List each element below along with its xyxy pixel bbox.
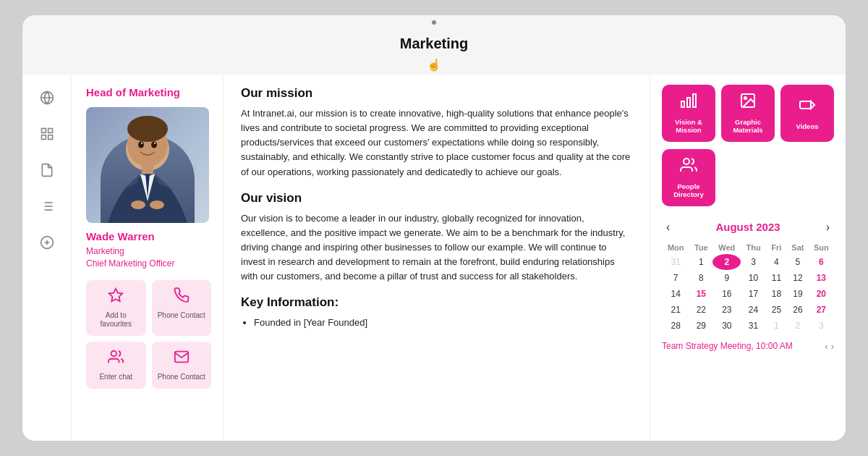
- calendar-day[interactable]: 24: [741, 302, 765, 318]
- event-nav: ‹ ›: [825, 341, 834, 352]
- svg-point-21: [154, 143, 156, 144]
- calendar-month: August 2023: [715, 221, 780, 233]
- calendar-day[interactable]: 16: [712, 286, 741, 302]
- resource-people-label: PeopleDirectory: [673, 182, 704, 199]
- globe-icon[interactable]: [35, 86, 59, 109]
- cursor-indicator: ☝: [22, 58, 846, 72]
- calendar-day[interactable]: 5: [787, 254, 808, 270]
- svg-rect-27: [687, 98, 690, 107]
- resource-grid-row1: Vision &Mission GraphicMaterials Videos: [662, 85, 834, 142]
- resource-vision-button[interactable]: Vision &Mission: [662, 85, 715, 142]
- calendar-day: 2: [787, 318, 808, 334]
- svg-rect-4: [41, 135, 46, 140]
- person-role: Marketing Chief Marketing Officer: [86, 245, 211, 270]
- calendar-day[interactable]: 8: [689, 270, 712, 286]
- grid-icon[interactable]: [35, 122, 59, 145]
- calendar-day[interactable]: 3: [741, 254, 765, 270]
- calendar-day[interactable]: 29: [689, 318, 712, 334]
- phone-contact-button[interactable]: Phone Contact: [152, 280, 212, 336]
- calendar-day[interactable]: 11: [766, 270, 787, 286]
- calendar-day[interactable]: 27: [809, 302, 834, 318]
- enter-chat-button[interactable]: Enter chat: [86, 342, 146, 389]
- calendar: ‹ August 2023 › MonTueWedThuFriSatSun 31…: [662, 219, 834, 352]
- weekday-header: Mon: [662, 241, 689, 254]
- key-info-list: Founded in [Year Founded]: [241, 316, 632, 331]
- svg-rect-2: [41, 129, 46, 133]
- resource-videos-button[interactable]: Videos: [780, 85, 834, 142]
- calendar-day[interactable]: 6: [809, 254, 834, 270]
- calendar-day[interactable]: 9: [712, 270, 741, 286]
- svg-point-30: [744, 97, 746, 99]
- calendar-grid: MonTueWedThuFriSatSun 311234567891011121…: [662, 241, 834, 334]
- calendar-day[interactable]: 30: [712, 318, 741, 334]
- list-icon[interactable]: [35, 195, 59, 218]
- star-icon: [108, 287, 124, 307]
- svg-rect-31: [800, 101, 811, 109]
- resource-grid-row2: PeopleDirectory: [662, 149, 834, 206]
- svg-marker-24: [109, 288, 122, 300]
- svg-point-18: [138, 142, 144, 148]
- add-favourites-button[interactable]: Add to favourites: [86, 280, 146, 336]
- calendar-day[interactable]: 2: [712, 254, 741, 270]
- resource-graphic-button[interactable]: GraphicMaterials: [721, 85, 775, 142]
- calendar-day[interactable]: 4: [766, 254, 787, 270]
- list-item: Founded in [Year Founded]: [254, 316, 632, 331]
- calendar-day[interactable]: 21: [662, 302, 689, 318]
- calendar-header: ‹ August 2023 ›: [662, 219, 834, 235]
- calendar-day[interactable]: 28: [662, 318, 689, 334]
- svg-point-16: [127, 116, 168, 142]
- image-icon: [739, 92, 757, 114]
- email-contact-label: Phone Contact: [158, 373, 205, 381]
- action-grid: Add to favourites Phone Contact Enter ch…: [86, 280, 211, 389]
- calendar-day[interactable]: 19: [787, 286, 808, 302]
- calendar-day[interactable]: 14: [662, 286, 689, 302]
- calendar-day[interactable]: 13: [809, 270, 834, 286]
- resource-graphic-label: GraphicMaterials: [733, 118, 762, 135]
- weekday-header: Sat: [787, 241, 808, 254]
- person-name: Wade Warren: [86, 230, 211, 242]
- key-info-title: Key Information:: [241, 295, 632, 310]
- chat-icon: [108, 349, 124, 368]
- svg-rect-28: [681, 101, 684, 107]
- phone-contact-label: Phone Contact: [158, 311, 205, 320]
- calendar-day[interactable]: 25: [766, 302, 787, 318]
- add-favourites-label: Add to favourites: [90, 311, 142, 329]
- calendar-day[interactable]: 31: [741, 318, 765, 334]
- calendar-day[interactable]: 7: [662, 270, 689, 286]
- email-contact-button[interactable]: Phone Contact: [152, 342, 212, 389]
- add-icon[interactable]: [35, 231, 59, 254]
- profile-panel: Head of Marketing: [72, 75, 224, 441]
- calendar-day[interactable]: 23: [712, 302, 741, 318]
- calendar-day[interactable]: 20: [809, 286, 834, 302]
- device-frame: Marketing ☝ Head of Marketing: [22, 14, 846, 442]
- resource-people-button[interactable]: PeopleDirectory: [662, 149, 715, 206]
- svg-point-25: [111, 350, 116, 355]
- calendar-prev-button[interactable]: ‹: [662, 219, 674, 235]
- calendar-day[interactable]: 15: [689, 286, 712, 302]
- calendar-next-button[interactable]: ›: [822, 219, 834, 235]
- event-prev-button[interactable]: ‹: [825, 341, 827, 352]
- calendar-day[interactable]: 12: [787, 270, 808, 286]
- svg-rect-26: [693, 94, 696, 107]
- calendar-day[interactable]: 22: [689, 302, 712, 318]
- weekday-header: Fri: [766, 241, 787, 254]
- calendar-day[interactable]: 10: [741, 270, 765, 286]
- video-icon: [799, 96, 816, 118]
- calendar-day[interactable]: 17: [741, 286, 765, 302]
- vision-title: Our vision: [241, 191, 632, 206]
- calendar-day[interactable]: 26: [787, 302, 808, 318]
- document-icon[interactable]: [35, 159, 59, 182]
- event-next-button[interactable]: ›: [831, 341, 834, 352]
- vision-text: Our vision is to become a leader in our …: [241, 211, 632, 284]
- head-of-marketing-title: Head of Marketing: [86, 86, 211, 98]
- weekday-header: Sun: [809, 241, 834, 254]
- calendar-day: 3: [809, 318, 834, 334]
- calendar-day[interactable]: 1: [689, 254, 712, 270]
- calendar-day[interactable]: 18: [766, 286, 787, 302]
- svg-point-20: [141, 143, 142, 144]
- weekday-header: Tue: [689, 241, 712, 254]
- svg-point-22: [131, 200, 145, 209]
- svg-rect-5: [48, 135, 52, 140]
- resource-vision-label: Vision &Mission: [675, 118, 702, 135]
- resource-videos-label: Videos: [796, 122, 819, 130]
